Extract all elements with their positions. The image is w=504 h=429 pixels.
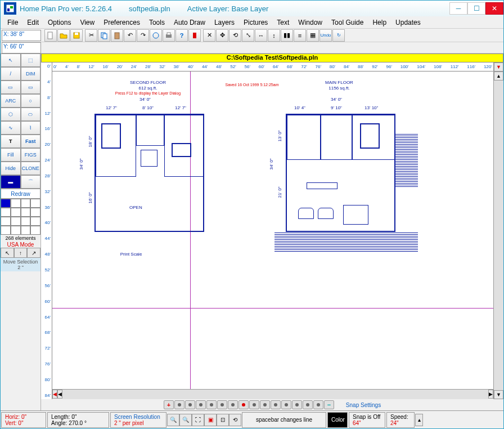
wall-tool[interactable]: ▬: [1, 175, 21, 189]
arc-tool[interactable]: ARC: [1, 94, 21, 108]
line-tool[interactable]: /: [1, 67, 21, 81]
color-swatch[interactable]: [30, 208, 40, 217]
snap-dot-12[interactable]: [303, 400, 313, 409]
redraw-button[interactable]: Redraw: [1, 189, 40, 199]
align-icon[interactable]: ≡: [294, 29, 306, 42]
snap-dot-active[interactable]: [238, 400, 249, 409]
snap-dot-11[interactable]: [292, 400, 302, 409]
color-swatch[interactable]: [11, 226, 21, 235]
zoom-fit-icon[interactable]: ⛶: [192, 414, 204, 426]
scroll-up-red[interactable]: ▼: [494, 62, 503, 72]
grid-icon[interactable]: ▦: [307, 29, 319, 42]
wave-tool[interactable]: ⌇: [21, 121, 41, 135]
close-button[interactable]: ✕: [485, 2, 503, 15]
curve-tool[interactable]: ∿: [1, 121, 21, 135]
scroll-right[interactable]: ▶: [488, 390, 493, 399]
color-swatch[interactable]: [21, 199, 31, 208]
undo-oval-icon[interactable]: Undo: [320, 29, 332, 42]
menu-window[interactable]: Window: [294, 17, 327, 28]
menu-autodraw[interactable]: Auto Draw: [169, 17, 210, 28]
color-swatch[interactable]: [30, 217, 40, 226]
snap-dot-5[interactable]: [217, 400, 227, 409]
menu-file[interactable]: File: [3, 17, 22, 28]
menu-updates[interactable]: Updates: [391, 17, 425, 28]
color-swatch[interactable]: [21, 226, 31, 235]
scroll-down[interactable]: ▼: [494, 390, 503, 399]
zoom-in-icon[interactable]: 🔍: [179, 414, 192, 426]
snap-add[interactable]: +: [164, 400, 174, 409]
snap-dot-9[interactable]: [271, 400, 281, 409]
menu-text[interactable]: Text: [272, 17, 294, 28]
scroll-up[interactable]: ▲: [494, 72, 503, 81]
color-swatch[interactable]: [11, 199, 21, 208]
minimize-button[interactable]: ─: [449, 2, 467, 15]
color-swatch[interactable]: [1, 226, 11, 235]
color-button[interactable]: Color: [327, 412, 348, 428]
snap-dot-6[interactable]: [228, 400, 238, 409]
menu-tools[interactable]: Tools: [145, 17, 169, 28]
open-icon[interactable]: [57, 29, 70, 42]
snap-dot-8[interactable]: [260, 400, 270, 409]
flip-v-icon[interactable]: ↕: [268, 29, 280, 42]
color-swatch[interactable]: [11, 217, 21, 226]
snap-settings-label[interactable]: Snap Settings: [346, 402, 381, 408]
snap-dot-7[interactable]: [249, 400, 259, 409]
color-swatch[interactable]: [21, 208, 31, 217]
color-swatch[interactable]: [30, 226, 40, 235]
arrow-tool[interactable]: ↖: [1, 53, 21, 67]
color-swatch[interactable]: [1, 217, 11, 226]
drawing-canvas[interactable]: SECOND FLOOR 612 sq.ft. Press F12 to dis…: [52, 72, 493, 389]
rect-tool[interactable]: ▭: [21, 81, 41, 94]
dim-tool[interactable]: DIM: [21, 67, 41, 81]
color-swatch[interactable]: [30, 199, 40, 208]
zoom-extents-icon[interactable]: ⊡: [217, 414, 229, 426]
flip-h-icon[interactable]: ↔: [255, 29, 267, 42]
snap-dot-3[interactable]: [196, 400, 206, 409]
tool-icon[interactable]: [150, 29, 162, 42]
paste-icon[interactable]: [111, 29, 123, 42]
zoom-out-icon[interactable]: 🔍: [167, 414, 179, 426]
nomove-icon[interactable]: ✕: [203, 29, 215, 42]
pause-icon[interactable]: ▮▮: [281, 29, 293, 42]
curve2-tool[interactable]: ⌒: [21, 175, 41, 189]
copy-icon[interactable]: [98, 29, 110, 42]
vertical-scrollbar[interactable]: ▼ ▲ ▼: [493, 62, 503, 399]
snap-dot-2[interactable]: [185, 400, 195, 409]
exit-icon[interactable]: [188, 29, 201, 42]
menu-help[interactable]: Help: [368, 17, 391, 28]
rect-open-tool[interactable]: ▭: [1, 81, 21, 94]
resize-icon[interactable]: ⤡: [242, 29, 254, 42]
fill-tool[interactable]: Fill: [1, 148, 21, 162]
snap-dot-4[interactable]: [206, 400, 217, 409]
scroll-left-red[interactable]: ◀: [52, 390, 57, 399]
horizontal-scrollbar[interactable]: ◀ ◀ ▶: [52, 389, 493, 399]
hide-tool[interactable]: Hide: [1, 162, 21, 175]
clone-tool[interactable]: CLONE: [21, 162, 41, 175]
fast-text-tool[interactable]: Fast: [21, 135, 41, 148]
menu-pictures[interactable]: Pictures: [239, 17, 272, 28]
color-swatch[interactable]: [21, 217, 31, 226]
save-icon[interactable]: [70, 29, 83, 42]
color-swatch[interactable]: [1, 199, 11, 208]
menu-preferences[interactable]: Preferences: [99, 17, 145, 28]
scroll-left[interactable]: ◀: [57, 390, 62, 399]
new-icon[interactable]: [44, 29, 57, 42]
figs-tool[interactable]: FIGS: [21, 148, 41, 162]
redo-icon[interactable]: ↷: [137, 29, 149, 42]
rotate-icon[interactable]: ⟲: [229, 29, 241, 42]
circle-tool[interactable]: ○: [21, 94, 41, 108]
snap-dot-1[interactable]: [174, 400, 184, 409]
nudge-nw[interactable]: ↖: [1, 248, 14, 258]
nudge-n[interactable]: ↑: [14, 248, 28, 258]
color-swatch[interactable]: [11, 208, 21, 217]
text-tool[interactable]: T: [1, 135, 21, 148]
menu-edit[interactable]: Edit: [22, 17, 43, 28]
color-swatch[interactable]: [1, 208, 11, 217]
zoom-window-icon[interactable]: ▣: [204, 414, 217, 426]
print-icon[interactable]: [163, 29, 175, 42]
undo-icon[interactable]: ↶: [124, 29, 136, 42]
snap-remove[interactable]: −: [324, 400, 334, 409]
redo-oval-icon[interactable]: ↻: [332, 29, 345, 42]
menu-options[interactable]: Options: [43, 17, 75, 28]
menu-view[interactable]: View: [75, 17, 99, 28]
